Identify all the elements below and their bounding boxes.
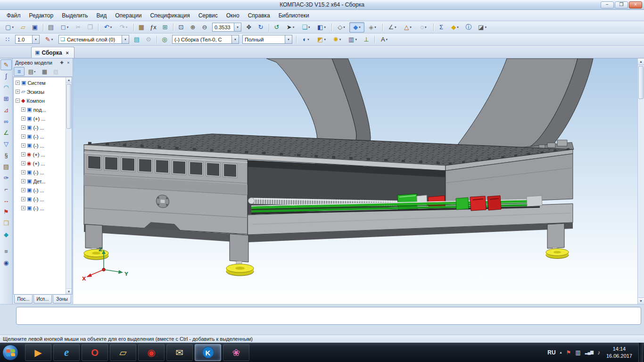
- menu-operations[interactable]: Операции: [111, 11, 145, 20]
- save-button[interactable]: ▣: [29, 22, 41, 33]
- menu-specification[interactable]: Спецификация: [146, 11, 193, 20]
- hidden-icons-arrow[interactable]: ▴: [560, 350, 562, 354]
- current-layer-combo[interactable]: ❏ Системный слой (0): [58, 35, 129, 44]
- filters-panel-button[interactable]: ▽: [0, 139, 12, 149]
- tree-expander[interactable]: +: [21, 179, 25, 183]
- taskbar-ie-button[interactable]: e: [53, 344, 80, 361]
- minimize-button[interactable]: −: [601, 1, 614, 8]
- spatial-curves-panel-button[interactable]: ∫: [0, 71, 12, 82]
- arrays-panel-button[interactable]: ⊞: [0, 93, 12, 104]
- tree-composition-button[interactable]: ▦: [39, 67, 50, 76]
- spreadsheet-button[interactable]: ⊞: [159, 22, 171, 33]
- menu-libraries[interactable]: Библиотеки: [275, 11, 313, 20]
- taskbar-explorer-button[interactable]: ▱: [110, 344, 136, 361]
- tree-item[interactable]: + ▣ (-) ...: [14, 168, 72, 177]
- mates-panel-button[interactable]: ∞: [0, 116, 12, 127]
- redo-button[interactable]: ↷: [116, 22, 131, 33]
- sheet-metal-panel-button[interactable]: ⌐: [0, 184, 12, 195]
- hide-components-button[interactable]: ◌: [416, 22, 431, 33]
- taskbar-mail-button[interactable]: ✉: [166, 344, 193, 361]
- tree-tab-isp[interactable]: Исп...: [33, 295, 52, 304]
- menu-help[interactable]: Справка: [244, 11, 274, 20]
- specification-panel-button[interactable]: §: [0, 150, 12, 161]
- scrollbar-track[interactable]: [638, 100, 644, 297]
- start-button[interactable]: [2, 345, 18, 361]
- refresh-button[interactable]: ↺: [271, 22, 282, 33]
- orientation-button[interactable]: ◧: [314, 22, 329, 33]
- taskbar-opera-button[interactable]: O: [82, 344, 108, 361]
- tree-item[interactable]: + ▣ (-) ...: [14, 186, 72, 195]
- measure-button[interactable]: ∠: [385, 22, 400, 33]
- tree-structure-button[interactable]: ≡: [14, 67, 25, 76]
- tree-expander[interactable]: +: [21, 116, 25, 121]
- perspective-button[interactable]: ◩: [314, 34, 329, 45]
- tab-close-icon[interactable]: ×: [64, 50, 71, 56]
- taskbar-graphics-button[interactable]: ❀: [223, 344, 249, 361]
- tree-expander[interactable]: +: [16, 90, 20, 94]
- tray-volume-icon[interactable]: ♪: [597, 350, 600, 355]
- new-document-button[interactable]: ▢: [2, 22, 17, 33]
- close-button[interactable]: ×: [629, 1, 642, 8]
- preview-button[interactable]: ◻: [57, 22, 72, 33]
- edit-assembly-panel-button[interactable]: ✎: [0, 59, 12, 70]
- edit-target-combo[interactable]: (-) Сборка (Тел-0, С: [172, 35, 239, 44]
- menu-service[interactable]: Сервис: [195, 11, 222, 20]
- restore-button[interactable]: ❐: [615, 1, 628, 8]
- edit-scope-button[interactable]: ◎: [159, 34, 170, 45]
- line-width-combo[interactable]: 1.0: [15, 35, 40, 44]
- tree-expander[interactable]: +: [21, 170, 25, 174]
- tray-network-icon[interactable]: ▂▄▆: [585, 350, 593, 354]
- tree-item[interactable]: + ▣ (-) ...: [14, 195, 72, 204]
- tree-tab-zones[interactable]: Зоны: [53, 295, 71, 304]
- tree-item[interactable]: + ▣ Дет...: [14, 177, 72, 186]
- pan-button[interactable]: ✥: [243, 22, 255, 33]
- tree-tab-pos[interactable]: Пос...: [14, 295, 33, 304]
- snap-button[interactable]: ∷: [2, 34, 13, 45]
- tree-item[interactable]: + ▣ (-) ...: [14, 141, 72, 150]
- scrollbar-thumb[interactable]: [638, 66, 644, 99]
- taskbar-kompas-button[interactable]: K: [195, 344, 221, 361]
- dimensions-panel-button[interactable]: ↔: [0, 195, 12, 206]
- tree-expander[interactable]: +: [21, 206, 25, 210]
- 3d-viewport[interactable]: Z X Y: [73, 58, 637, 304]
- property-input-area[interactable]: [16, 307, 641, 325]
- tree-item[interactable]: + ▣ (-) ...: [14, 204, 72, 213]
- zoom-in-button[interactable]: ⊕: [187, 22, 198, 33]
- layers-button[interactable]: ❏: [298, 22, 314, 33]
- taskbar-clock[interactable]: 14:14 16.06.2017: [604, 346, 634, 360]
- chevron-down-icon[interactable]: [32, 35, 39, 43]
- tree-item[interactable]: + ▣ Систем: [14, 78, 72, 87]
- chevron-down-icon[interactable]: [122, 35, 129, 43]
- aux-geometry-panel-button[interactable]: ⊿: [0, 105, 12, 115]
- print-button[interactable]: ▤: [45, 22, 57, 33]
- chevron-down-icon[interactable]: [234, 23, 241, 31]
- tree-item[interactable]: + ◉ (+) ...: [14, 159, 72, 168]
- wireframe-button[interactable]: ◇: [334, 22, 349, 33]
- layers-manager-button[interactable]: ▤: [131, 34, 142, 45]
- tree-expander[interactable]: +: [21, 143, 25, 148]
- tree-expander[interactable]: +: [16, 81, 20, 85]
- tree-item[interactable]: + ▣ (-) ...: [14, 123, 72, 132]
- viewport-vertical-scrollbar[interactable]: ▲ ▼: [637, 58, 644, 304]
- spell-check-button[interactable]: А: [377, 34, 392, 45]
- decor-elements-panel-button[interactable]: ✑: [0, 173, 12, 183]
- parts-library-panel-button[interactable]: ❒: [0, 218, 12, 229]
- measure3d-panel-button[interactable]: ∠: [0, 127, 12, 138]
- tree-scrollbar[interactable]: ▲ ▼: [66, 77, 72, 294]
- menu-window[interactable]: Окно: [223, 11, 243, 20]
- variables-button[interactable]: ƒx: [148, 22, 159, 33]
- scroll-up-icon[interactable]: ▲: [66, 77, 72, 83]
- tree-expander[interactable]: +: [21, 125, 25, 130]
- display-mode-combo[interactable]: Полный: [242, 35, 292, 44]
- simplified-button[interactable]: ◈: [365, 22, 380, 33]
- chevron-down-icon[interactable]: [231, 35, 239, 43]
- library-manager-button[interactable]: ▦: [136, 22, 147, 33]
- tree-expander[interactable]: +: [21, 107, 25, 112]
- mass-properties-button[interactable]: Σ: [436, 22, 447, 33]
- scroll-down-icon[interactable]: ▼: [66, 288, 72, 294]
- cut-button[interactable]: ✂: [73, 22, 84, 33]
- scrollbar-thumb[interactable]: [66, 84, 71, 129]
- chevron-down-icon[interactable]: [285, 35, 292, 43]
- tree-item[interactable]: + ▱ Эскизы: [14, 87, 72, 96]
- scroll-down-icon[interactable]: ▼: [638, 297, 644, 304]
